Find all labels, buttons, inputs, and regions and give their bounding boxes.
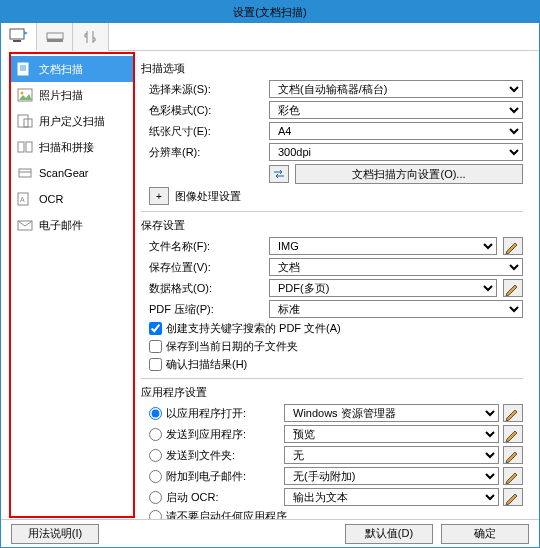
- sidebar-item-photo[interactable]: 照片扫描: [11, 82, 133, 108]
- radio-send-folder[interactable]: [149, 449, 162, 462]
- email-icon: [17, 218, 33, 232]
- content: 文档扫描 照片扫描 用户定义扫描 扫描和拼接 ScanGear A OCR: [1, 51, 539, 519]
- svg-rect-1: [13, 40, 21, 42]
- sidebar: 文档扫描 照片扫描 用户定义扫描 扫描和拼接 ScanGear A OCR: [9, 52, 135, 518]
- pencil-icon: [504, 238, 522, 254]
- footer: 用法说明(I) 默认值(D) 确定: [1, 519, 539, 547]
- tab-scan-from-panel[interactable]: [37, 23, 73, 51]
- filename-label: 文件名称(F):: [149, 239, 263, 254]
- attach-email-select[interactable]: 无(手动附加): [284, 467, 499, 485]
- format-select[interactable]: PDF(多页): [269, 279, 497, 297]
- ocr-icon: A: [17, 192, 33, 206]
- divider: [141, 211, 523, 212]
- sidebar-label: 电子邮件: [39, 218, 83, 233]
- open-app-edit[interactable]: [503, 404, 523, 422]
- tab-scan-from-computer[interactable]: [1, 23, 37, 51]
- size-select[interactable]: A4: [269, 122, 523, 140]
- sidebar-label: 文档扫描: [39, 62, 83, 77]
- radio-start-ocr[interactable]: [149, 491, 162, 504]
- swap-icon: [273, 169, 285, 179]
- sidebar-label: 用户定义扫描: [39, 114, 105, 129]
- svg-point-6: [21, 92, 24, 95]
- radio-send-app[interactable]: [149, 428, 162, 441]
- start-ocr-edit[interactable]: [503, 488, 523, 506]
- imgproc-label: 图像处理设置: [175, 189, 241, 204]
- toolbar: [1, 23, 539, 51]
- chk-date-folder[interactable]: [149, 340, 162, 353]
- format-label: 数据格式(O):: [149, 281, 263, 296]
- svg-rect-10: [26, 142, 32, 152]
- titlebar: 设置(文档扫描): [1, 1, 539, 23]
- photo-scan-icon: [17, 88, 33, 102]
- sidebar-item-email[interactable]: 电子邮件: [11, 212, 133, 238]
- chk-confirm[interactable]: [149, 358, 162, 371]
- attach-email-edit[interactable]: [503, 467, 523, 485]
- pencil-icon: [504, 447, 522, 463]
- divider: [141, 378, 523, 379]
- swap-icon-button[interactable]: [269, 165, 289, 183]
- send-app-select[interactable]: 预览: [284, 425, 499, 443]
- location-select[interactable]: 文档: [269, 258, 523, 276]
- color-select[interactable]: 彩色: [269, 101, 523, 119]
- scanner-icon: [45, 29, 65, 45]
- group-scan-options: 扫描选项: [141, 61, 523, 76]
- group-app: 应用程序设置: [141, 385, 523, 400]
- sidebar-item-stitch[interactable]: 扫描和拼接: [11, 134, 133, 160]
- sidebar-item-ocr[interactable]: A OCR: [11, 186, 133, 212]
- sidebar-item-custom[interactable]: 用户定义扫描: [11, 108, 133, 134]
- sidebar-label: ScanGear: [39, 167, 89, 179]
- radio-open-app[interactable]: [149, 407, 162, 420]
- tab-general[interactable]: [73, 23, 109, 51]
- location-label: 保存位置(V):: [149, 260, 263, 275]
- orientation-button[interactable]: 文档扫描方向设置(O)...: [295, 164, 523, 184]
- open-app-select[interactable]: Windows 资源管理器: [284, 404, 499, 422]
- chk-keyword-pdf[interactable]: [149, 322, 162, 335]
- sidebar-label: 照片扫描: [39, 88, 83, 103]
- pencil-icon: [504, 489, 522, 505]
- pdf-comp-label: PDF 压缩(P):: [149, 302, 263, 317]
- pencil-icon: [504, 426, 522, 442]
- custom-scan-icon: [17, 114, 33, 128]
- radio-no-app[interactable]: [149, 510, 162, 519]
- color-label: 色彩模式(C):: [149, 103, 263, 118]
- sidebar-label: OCR: [39, 193, 63, 205]
- stitch-icon: [17, 140, 33, 154]
- resolution-select[interactable]: 300dpi: [269, 143, 523, 161]
- pdf-comp-select[interactable]: 标准: [269, 300, 523, 318]
- expand-imgproc-button[interactable]: +: [149, 187, 169, 205]
- help-button[interactable]: 用法说明(I): [11, 524, 99, 544]
- filename-edit-button[interactable]: [503, 237, 523, 255]
- svg-rect-7: [18, 115, 28, 127]
- filename-select[interactable]: IMG: [269, 237, 497, 255]
- svg-rect-4: [18, 63, 28, 75]
- sidebar-item-scangear[interactable]: ScanGear: [11, 160, 133, 186]
- source-select[interactable]: 文档(自动输稿器/稿台): [269, 80, 523, 98]
- format-edit-button[interactable]: [503, 279, 523, 297]
- size-label: 纸张尺寸(E):: [149, 124, 263, 139]
- send-folder-edit[interactable]: [503, 446, 523, 464]
- start-ocr-select[interactable]: 输出为文本: [284, 488, 499, 506]
- svg-rect-2: [47, 33, 63, 39]
- defaults-button[interactable]: 默认值(D): [345, 524, 433, 544]
- source-label: 选择来源(S):: [149, 82, 263, 97]
- group-save: 保存设置: [141, 218, 523, 233]
- monitor-icon: [9, 28, 29, 44]
- svg-text:A: A: [20, 196, 25, 203]
- pencil-icon: [504, 405, 522, 421]
- svg-rect-0: [10, 29, 24, 39]
- svg-rect-3: [47, 39, 63, 42]
- send-app-edit[interactable]: [503, 425, 523, 443]
- svg-rect-9: [18, 142, 24, 152]
- settings-window: 设置(文档扫描) 文档扫描 照片扫描 用户定义扫描: [0, 0, 540, 548]
- radio-attach-email[interactable]: [149, 470, 162, 483]
- send-folder-select[interactable]: 无: [284, 446, 499, 464]
- svg-rect-11: [19, 169, 31, 177]
- main-panel: 扫描选项 选择来源(S): 文档(自动输稿器/稿台) 色彩模式(C): 彩色 纸…: [135, 51, 539, 519]
- ok-button[interactable]: 确定: [441, 524, 529, 544]
- resolution-label: 分辨率(R):: [149, 145, 263, 160]
- sidebar-item-document[interactable]: 文档扫描: [11, 56, 133, 82]
- pencil-icon: [504, 468, 522, 484]
- sidebar-label: 扫描和拼接: [39, 140, 94, 155]
- document-scan-icon: [17, 62, 33, 76]
- scangear-icon: [17, 166, 33, 180]
